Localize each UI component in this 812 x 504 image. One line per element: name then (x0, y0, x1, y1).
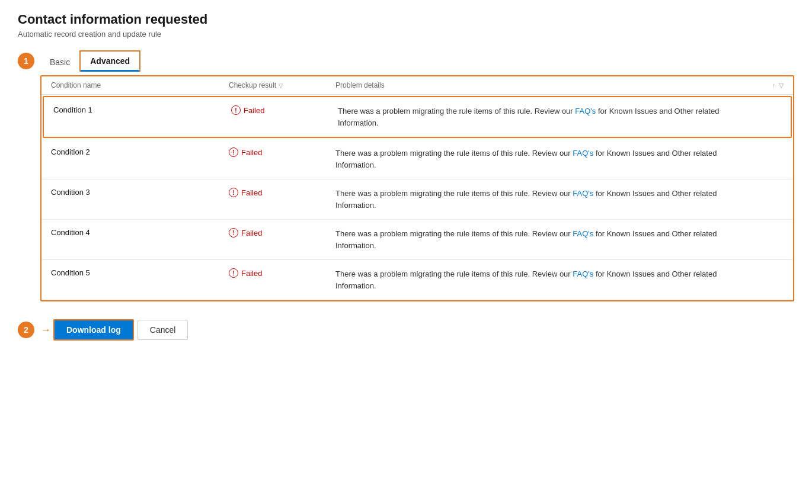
problem-details-cell: There was a problem migrating the rule i… (335, 268, 748, 291)
failed-icon: ! (231, 105, 241, 115)
faq-link[interactable]: FAQ's (573, 229, 593, 238)
table-header: Condition name Checkup result ▽ Problem … (41, 76, 793, 95)
condition-name-cell: Condition 3 (51, 188, 229, 197)
status-label: Failed (241, 229, 262, 237)
table-row[interactable]: Condition 3 ! Failed There was a problem… (41, 179, 793, 220)
condition-name-cell: Condition 5 (51, 268, 229, 277)
status-label: Failed (244, 106, 264, 115)
problem-details-cell: There was a problem migrating the rule i… (335, 188, 748, 211)
page-subtitle: Automatic record creation and update rul… (18, 30, 794, 38)
tabs-area: Basic Advanced (40, 50, 140, 72)
page-title: Contact information requested (18, 12, 794, 27)
status-cell: ! Failed (229, 228, 335, 237)
step2-badge: 2 (18, 322, 34, 338)
problem-details-cell: There was a problem migrating the rule i… (335, 147, 748, 171)
sort-asc-icon[interactable]: ↑ (772, 82, 776, 89)
step1-row: 1 Basic Advanced (18, 50, 794, 72)
failed-icon: ! (229, 188, 238, 197)
footer-section: 2 → Download log Cancel (18, 319, 794, 341)
condition-name-cell: Condition 2 (51, 147, 229, 156)
col-checkup-result: Checkup result ▽ (229, 81, 335, 89)
failed-icon: ! (229, 228, 238, 237)
faq-link[interactable]: FAQ's (573, 189, 593, 198)
tab-basic[interactable]: Basic (40, 53, 79, 72)
status-label: Failed (241, 188, 262, 197)
faq-link[interactable]: FAQ's (573, 149, 593, 158)
problem-details-cell: There was a problem migrating the rule i… (338, 105, 746, 129)
condition-name-cell: Condition 4 (51, 228, 229, 237)
table-row[interactable]: Condition 5 ! Failed There was a problem… (41, 260, 793, 300)
condition-name-cell: Condition 1 (53, 105, 231, 114)
status-cell: ! Failed (231, 105, 338, 115)
status-label: Failed (241, 148, 262, 157)
table-row[interactable]: Condition 2 ! Failed There was a problem… (41, 139, 793, 179)
failed-icon: ! (229, 268, 238, 278)
status-cell: ! Failed (229, 147, 335, 157)
col-condition-name: Condition name (51, 81, 229, 89)
tab-advanced[interactable]: Advanced (79, 50, 140, 72)
sort-filter-icon[interactable]: ▽ (779, 82, 784, 89)
arrow-icon: → (40, 324, 51, 336)
cancel-button[interactable]: Cancel (138, 320, 188, 340)
step1-badge: 1 (18, 53, 34, 69)
col-sort: ↑ ▽ (748, 81, 784, 89)
col-problem-details: Problem details (335, 81, 748, 89)
status-label: Failed (241, 269, 262, 278)
table-row[interactable]: Condition 1 ! Failed There was a problem… (43, 96, 792, 138)
table-row[interactable]: Condition 4 ! Failed There was a problem… (41, 220, 793, 260)
failed-icon: ! (229, 147, 238, 157)
table-rows-container: Condition 1 ! Failed There was a problem… (41, 96, 793, 300)
download-log-button[interactable]: Download log (53, 319, 134, 341)
faq-link[interactable]: FAQ's (573, 269, 593, 278)
checkup-filter-icon[interactable]: ▽ (279, 82, 283, 89)
status-cell: ! Failed (229, 188, 335, 197)
problem-details-cell: There was a problem migrating the rule i… (335, 228, 748, 251)
faq-link[interactable]: FAQ's (575, 107, 596, 115)
conditions-table-wrapper: Condition name Checkup result ▽ Problem … (40, 75, 794, 301)
status-cell: ! Failed (229, 268, 335, 278)
